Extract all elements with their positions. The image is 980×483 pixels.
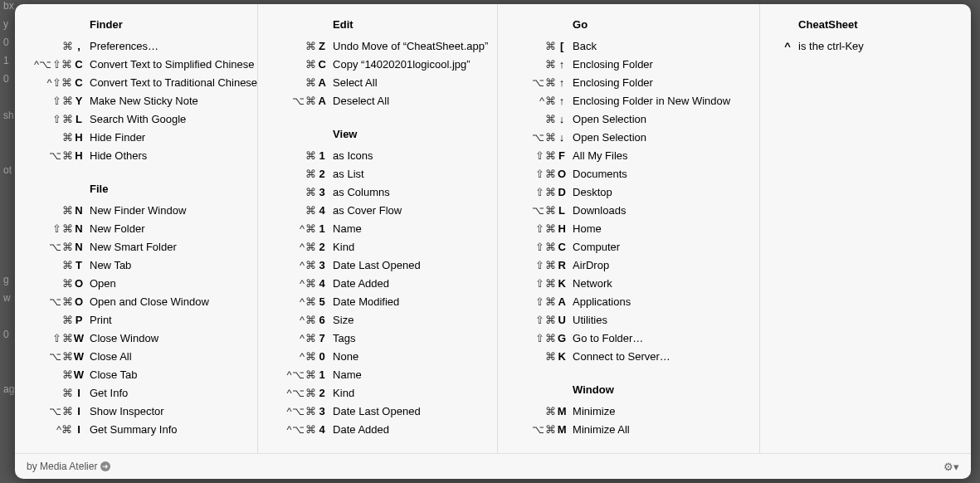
shortcut-row[interactable]: ^⌘1Name — [258, 220, 497, 238]
shortcut-row[interactable]: ^⌘3Date Last Opened — [258, 256, 497, 275]
shortcut-row[interactable]: ^⌥⌘2Kind — [258, 384, 497, 402]
shortcut-row[interactable]: ⇧⌘WClose Window — [15, 329, 257, 348]
key-letter: K — [556, 348, 568, 366]
key-letter: 3 — [316, 402, 328, 421]
shortcut-row[interactable]: ⌥⌘IShow Inspector — [15, 402, 257, 421]
shortcut-row[interactable]: ⌘↓Open Selection — [498, 110, 759, 129]
key-letter: 0 — [316, 348, 328, 366]
shortcut-row[interactable]: ⌘MMinimize — [498, 402, 759, 421]
key-letter: W — [73, 348, 85, 366]
shortcut-row[interactable]: ⌘ASelect All — [258, 74, 497, 92]
shortcut-row[interactable]: ^⌥⇧⌘CConvert Text to Simplified Chinese — [15, 56, 257, 74]
modifier-keys: ⇧⌘ — [15, 92, 73, 110]
shortcut-row[interactable]: ^⌥⌘3Date Last Opened — [258, 402, 497, 421]
shortcut-row[interactable]: ⌥⌘↓Open Selection — [498, 129, 759, 147]
shortcut-label: Back — [568, 37, 597, 56]
shortcut-row[interactable]: ^⌘6Size — [258, 311, 497, 329]
shortcut-row[interactable]: ⌘4as Cover Flow — [258, 202, 497, 220]
shortcut-row[interactable]: ⇧⌘DDesktop — [498, 183, 759, 202]
modifier-keys: ⌘ — [498, 56, 556, 74]
shortcut-row[interactable]: ⌘OOpen — [15, 275, 257, 293]
shortcut-label: Open — [85, 275, 116, 293]
shortcut-row[interactable]: ⇧⌘YMake New Sticky Note — [15, 92, 257, 110]
shortcut-row[interactable]: ⌘2as List — [258, 165, 497, 183]
shortcut-row[interactable]: ⌥⌘ADeselect All — [258, 92, 497, 110]
modifier-keys: ^⌘ — [258, 293, 316, 311]
key-letter: ↓ — [556, 129, 568, 147]
shortcut-row[interactable]: ^⌘0None — [258, 348, 497, 366]
shortcut-row[interactable]: ⌥⌘LDownloads — [498, 202, 759, 220]
shortcut-row[interactable]: ⇧⌘GGo to Folder… — [498, 329, 759, 348]
shortcut-row[interactable]: ⌥⌘HHide Others — [15, 147, 257, 165]
key-letter: W — [73, 329, 85, 348]
modifier-keys: ⇧⌘ — [498, 293, 556, 311]
key-letter: N — [73, 238, 85, 256]
shortcut-row[interactable]: ⌘,Preferences… — [15, 37, 257, 56]
shortcut-row[interactable]: ⌘HHide Finder — [15, 129, 257, 147]
link-arrow-icon[interactable]: ➜ — [100, 461, 110, 471]
modifier-keys: ⌥⌘ — [15, 293, 73, 311]
shortcut-row[interactable]: ⌥⌘MMinimize All — [498, 421, 759, 439]
shortcut-row[interactable]: ⇧⌘ODocuments — [498, 165, 759, 183]
shortcut-row[interactable]: ^is the ctrl-Key — [760, 37, 971, 56]
shortcut-label: Computer — [568, 238, 620, 256]
shortcut-row[interactable]: ⌥⌘WClose All — [15, 348, 257, 366]
shortcut-row[interactable]: ^⌘7Tags — [258, 329, 497, 348]
shortcut-row[interactable]: ⇧⌘KNetwork — [498, 275, 759, 293]
section-title: Edit — [328, 12, 353, 37]
shortcut-row[interactable]: ⇧⌘HHome — [498, 220, 759, 238]
shortcut-row[interactable]: ⌘↑Enclosing Folder — [498, 56, 759, 74]
shortcut-row[interactable]: ⇧⌘LSearch With Google — [15, 110, 257, 129]
shortcut-label: Close All — [85, 348, 132, 366]
section-title: Window — [568, 378, 614, 402]
modifier-keys: ⌥⌘ — [15, 238, 73, 256]
shortcut-label: Name — [328, 220, 362, 238]
shortcut-row[interactable]: ⌘NNew Finder Window — [15, 202, 257, 220]
shortcut-label: Downloads — [568, 202, 626, 220]
key-letter: A — [316, 92, 328, 110]
shortcut-row[interactable]: ⇧⌘UUtilities — [498, 311, 759, 329]
shortcut-label: New Tab — [85, 256, 131, 275]
shortcut-row[interactable]: ⌥⌘↑Enclosing Folder — [498, 74, 759, 92]
shortcut-row[interactable]: ⌘[Back — [498, 37, 759, 56]
shortcut-row[interactable]: ⌘PPrint — [15, 311, 257, 329]
shortcut-row[interactable]: ⌘ZUndo Move of “CheatSheet.app” — [258, 37, 497, 56]
shortcut-label: Close Window — [85, 329, 158, 348]
key-letter: A — [556, 293, 568, 311]
shortcut-label: Open Selection — [568, 129, 646, 147]
shortcut-row[interactable]: ⌘3as Columns — [258, 183, 497, 202]
shortcut-row[interactable]: ^⌘2Kind — [258, 238, 497, 256]
shortcut-row[interactable]: ⌥⌘OOpen and Close Window — [15, 293, 257, 311]
shortcut-row[interactable]: ⇧⌘CComputer — [498, 238, 759, 256]
shortcut-row[interactable]: ⌘1as Icons — [258, 147, 497, 165]
gear-icon[interactable]: ⚙▾ — [943, 461, 959, 473]
shortcut-row[interactable]: ^⇧⌘CConvert Text to Traditional Chinese — [15, 74, 257, 92]
key-letter: U — [556, 311, 568, 329]
shortcut-row[interactable]: ^⌘↑Enclosing Folder in New Window — [498, 92, 759, 110]
shortcut-row[interactable]: ⇧⌘FAll My Files — [498, 147, 759, 165]
shortcut-row[interactable]: ⌥⌘NNew Smart Folder — [15, 238, 257, 256]
shortcut-row[interactable]: ^⌥⌘4Date Added — [258, 421, 497, 439]
shortcut-row[interactable]: ^⌘5Date Modified — [258, 293, 497, 311]
shortcut-row[interactable]: ⌘CCopy “14020201logicool.jpg” — [258, 56, 497, 74]
shortcut-label: Open and Close Window — [85, 293, 209, 311]
shortcut-label: Preferences… — [85, 37, 158, 56]
shortcut-label: New Smart Folder — [85, 238, 177, 256]
shortcut-row[interactable]: ^⌘IGet Summary Info — [15, 421, 257, 439]
key-letter: C — [556, 238, 568, 256]
footer: by Media Atelier ➜ ⚙▾ — [15, 453, 971, 479]
key-letter: F — [556, 147, 568, 165]
credit-link[interactable]: by Media Atelier — [27, 461, 97, 472]
shortcut-row[interactable]: ^⌘4Date Added — [258, 275, 497, 293]
shortcut-label: Convert Text to Traditional Chinese — [85, 74, 257, 92]
shortcut-row[interactable]: ⇧⌘RAirDrop — [498, 256, 759, 275]
shortcut-row[interactable]: ⌘IGet Info — [15, 384, 257, 402]
shortcut-row[interactable]: ^⌥⌘1Name — [258, 366, 497, 384]
shortcut-row[interactable]: ⇧⌘NNew Folder — [15, 220, 257, 238]
shortcut-row[interactable]: ⌘WClose Tab — [15, 366, 257, 384]
shortcut-row[interactable]: ⇧⌘AApplications — [498, 293, 759, 311]
shortcut-row[interactable]: ⌘KConnect to Server… — [498, 348, 759, 366]
key-letter: ↓ — [556, 110, 568, 129]
shortcut-label: Name — [328, 366, 362, 384]
shortcut-row[interactable]: ⌘TNew Tab — [15, 256, 257, 275]
